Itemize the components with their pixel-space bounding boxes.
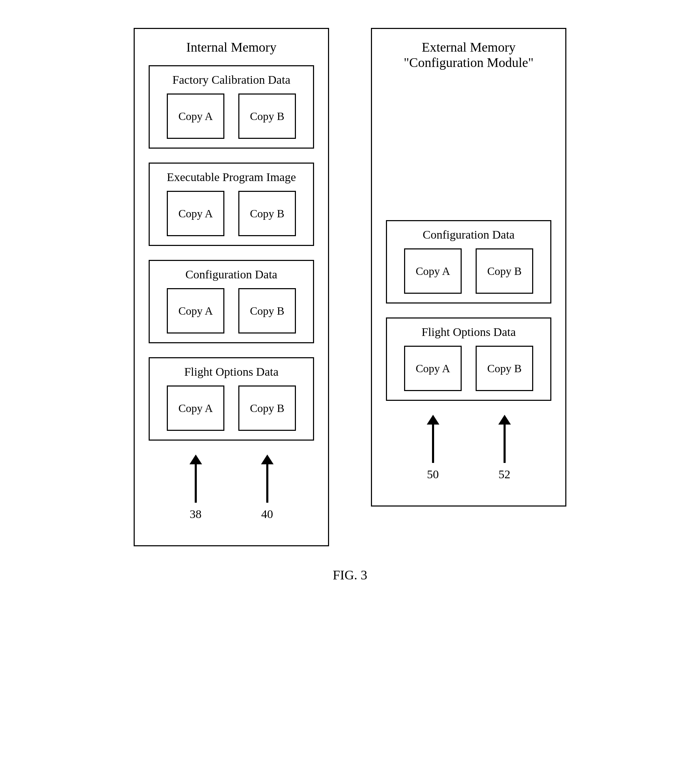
external-memory-title: External Memory "Configuration Module": [386, 39, 552, 70]
arrow-40-line: [266, 464, 268, 503]
flight-opts-section: Flight Options Data Copy A Copy B: [148, 357, 314, 440]
executable-program-title: Executable Program Image: [158, 170, 304, 184]
exec-prog-copy-a: Copy A: [167, 191, 224, 236]
config-copy-b: Copy B: [238, 288, 296, 334]
ext-config-data-copies: Copy A Copy B: [396, 248, 542, 294]
flight-opts-copy-b: Copy B: [238, 386, 296, 431]
arrow-40-head: [261, 454, 273, 464]
config-data-copies: Copy A Copy B: [158, 288, 304, 334]
flight-opts-copy-a: Copy A: [167, 386, 224, 431]
executable-program-section: Executable Program Image Copy A Copy B: [148, 162, 314, 246]
arrow-52-label: 52: [498, 468, 511, 481]
config-data-title: Configuration Data: [158, 268, 304, 281]
arrow-38-line: [195, 464, 197, 503]
arrow-50-head: [427, 415, 439, 425]
arrow-52-container: 52: [476, 415, 533, 481]
diagram-container: Internal Memory Factory Calibration Data…: [0, 0, 700, 546]
flight-opts-copies: Copy A Copy B: [158, 386, 304, 431]
external-arrows-row: 50 52: [386, 415, 552, 485]
arrow-50-label: 50: [427, 468, 439, 481]
arrow-50-line: [432, 425, 434, 463]
internal-memory-block: Internal Memory Factory Calibration Data…: [134, 28, 329, 546]
ext-flight-opts-title: Flight Options Data: [396, 325, 542, 339]
flight-opts-title: Flight Options Data: [158, 365, 304, 379]
arrow-40-label: 40: [261, 507, 273, 521]
arrow-38-container: 38: [167, 454, 224, 521]
factory-cal-copy-b: Copy B: [238, 94, 296, 139]
figure-label: FIG. 3: [0, 567, 700, 582]
ext-flight-opts-copy-b: Copy B: [476, 346, 533, 391]
arrow-52-head: [498, 415, 511, 425]
arrow-40-container: 40: [238, 454, 296, 521]
exec-prog-copy-b: Copy B: [238, 191, 296, 236]
ext-flight-opts-copy-a: Copy A: [404, 346, 462, 391]
ext-config-data-title: Configuration Data: [396, 228, 542, 241]
factory-calibration-section: Factory Calibration Data Copy A Copy B: [148, 65, 314, 148]
external-memory-block: External Memory "Configuration Module" C…: [371, 28, 566, 507]
ext-config-data-section: Configuration Data Copy A Copy B: [386, 220, 552, 303]
ext-config-copy-b: Copy B: [476, 248, 533, 294]
factory-cal-copy-a: Copy A: [167, 94, 224, 139]
external-empty-space: [386, 81, 552, 220]
factory-calibration-copies: Copy A Copy B: [158, 94, 304, 139]
internal-memory-title: Internal Memory: [148, 39, 314, 55]
internal-arrows-row: 38 40: [148, 454, 314, 524]
config-data-section: Configuration Data Copy A Copy B: [148, 260, 314, 343]
factory-calibration-title: Factory Calibration Data: [158, 73, 304, 86]
ext-flight-opts-copies: Copy A Copy B: [396, 346, 542, 391]
arrow-52-line: [503, 425, 506, 463]
ext-config-copy-a: Copy A: [404, 248, 462, 294]
executable-program-copies: Copy A Copy B: [158, 191, 304, 236]
config-copy-a: Copy A: [167, 288, 224, 334]
arrow-50-container: 50: [404, 415, 462, 481]
arrow-38-head: [189, 454, 202, 464]
arrow-38-label: 38: [190, 507, 202, 521]
ext-flight-opts-section: Flight Options Data Copy A Copy B: [386, 317, 552, 401]
